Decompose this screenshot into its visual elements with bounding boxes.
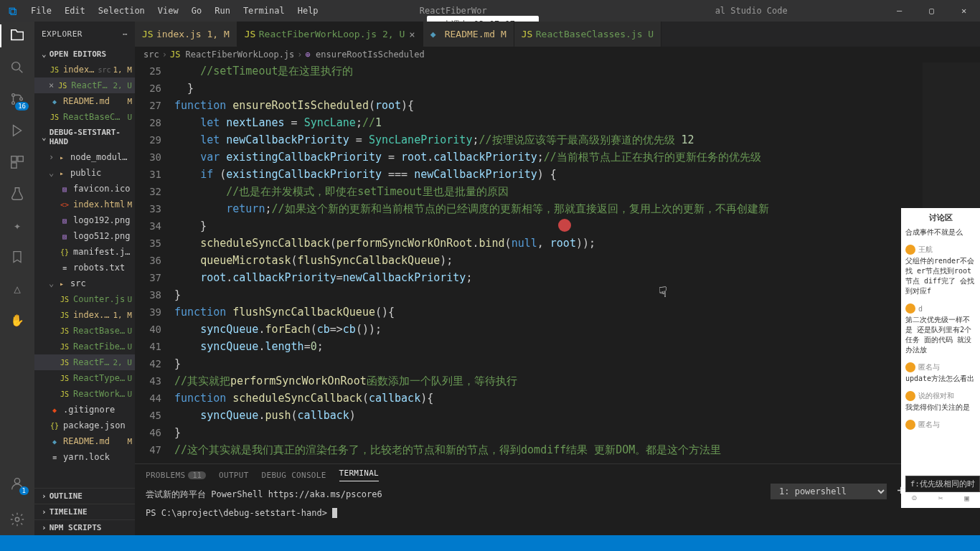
vscode-icon: ⧉ [0, 4, 25, 18]
scissors-icon[interactable]: ✂ [938, 494, 943, 503]
tree-item[interactable]: JSReactBaseC...U [34, 323, 135, 339]
svg-rect-5 [18, 156, 23, 161]
terminal-selector[interactable]: 1: powershell [771, 484, 887, 499]
open-editor-item[interactable]: JSindex.jssrc1, M [34, 62, 135, 77]
explorer-icon[interactable] [9, 27, 26, 44]
tree-item[interactable]: ◆README.mdM [34, 433, 135, 449]
tree-item[interactable]: JSCounter.jsU [34, 291, 135, 307]
extensions-icon[interactable] [9, 154, 26, 171]
close-button[interactable]: ✕ [948, 0, 980, 22]
window-title: ReactFiberWor al Studio Code [324, 6, 883, 16]
sidebar-title: EXPLORER⋯ [34, 22, 135, 47]
tree-item[interactable]: ≡robots.txt [34, 260, 135, 276]
menu-view[interactable]: View [152, 3, 184, 19]
editor-tab[interactable]: ◆README.md M [423, 22, 514, 47]
panel-tab-problems[interactable]: PROBLEMS11 [146, 471, 206, 480]
svg-point-8 [15, 517, 19, 522]
statusbar[interactable] [0, 535, 980, 551]
open-editor-item[interactable]: ×JSReactFiber...2, U [34, 77, 135, 93]
tree-item[interactable]: ▨favicon.ico [34, 181, 135, 197]
svg-rect-6 [11, 163, 17, 168]
tree-item[interactable]: <>index.htmlM [34, 197, 135, 212]
chat-message: 合成事件不就是么 [905, 227, 976, 237]
open-editor-item[interactable]: ◆README.mdM [34, 93, 135, 109]
panel-tab-terminal[interactable]: TERMINAL [339, 468, 379, 481]
chat-message: 匿名与 [905, 420, 976, 430]
tree-item[interactable]: {}manifest.json [34, 244, 135, 260]
more-icon[interactable]: ⋯ [123, 29, 128, 39]
emoji-icon[interactable]: ☺ [912, 494, 917, 503]
sparkle-icon[interactable]: ✦ [9, 217, 26, 234]
image-icon[interactable]: ▣ [964, 494, 969, 503]
editor-tab[interactable]: JSReactBaseClasses.js U [514, 22, 661, 47]
editor-tab[interactable]: JSindex.js 1, M [135, 22, 237, 47]
tree-item[interactable]: ≡yarn.lock [34, 449, 135, 465]
maximize-button[interactable]: ▢ [915, 0, 948, 22]
chat-message: 说的很对和我觉得你们关注的是 [905, 391, 976, 413]
tree-item[interactable]: ⌄▸src [34, 276, 135, 291]
timeline-section[interactable]: ›TIMELINE [34, 504, 135, 519]
triangle-icon[interactable]: △ [9, 280, 26, 297]
svg-rect-4 [11, 156, 17, 161]
bottom-panel: PROBLEMS11OUTPUTDEBUG CONSOLETERMINAL 尝试… [135, 463, 980, 535]
tree-item[interactable]: ◆.gitignore [34, 402, 135, 418]
source-control-icon[interactable]: 16 [9, 90, 26, 108]
chat-message: 匿名与update方法怎么看出 [905, 362, 976, 384]
svg-point-7 [14, 479, 19, 484]
workspace-section[interactable]: ⌄DEBUG-SETSTART-HAND [34, 125, 135, 149]
menu-selection[interactable]: Selection [93, 3, 151, 19]
editor-tab[interactable]: JSReactFiberWorkLoop.js 2, U× [237, 22, 423, 47]
laser-pointer [558, 219, 571, 232]
bookmark-icon[interactable] [9, 248, 26, 265]
account-icon[interactable]: 1 [9, 475, 26, 492]
tree-item[interactable]: JSReactFiberR...U [34, 339, 135, 354]
svg-point-1 [12, 94, 15, 97]
chat-title: 讨论区 [901, 208, 980, 227]
open-editors-section[interactable]: ⌄OPEN EDITORS [34, 47, 135, 62]
menu-terminal[interactable]: Terminal [237, 3, 291, 19]
open-editor-item[interactable]: JSReactBaseCl...U [34, 109, 135, 125]
close-icon[interactable]: × [409, 29, 415, 40]
tree-item[interactable]: JSReactFib...2, U [34, 354, 135, 370]
chat-message: d第二次优先级一样不是 还是队列里有2个任务 面的代码 就没办法放 [905, 303, 976, 355]
tree-item[interactable]: {}package.json [34, 418, 135, 433]
tree-item[interactable]: JSReactType...U [34, 370, 135, 386]
svg-point-0 [12, 62, 20, 70]
tree-item[interactable]: ›▸node_modules [34, 149, 135, 165]
chat-message: 王航父组件的render不会找 er节点找到root节点 diff完了 会找到对… [905, 245, 976, 296]
tree-item[interactable]: ▨logo192.png [34, 212, 135, 228]
test-icon[interactable] [9, 185, 26, 202]
tooltip: f:优先级相同的时 [905, 476, 980, 492]
svg-point-3 [20, 98, 23, 100]
outline-section[interactable]: ›OUTLINE [34, 488, 135, 504]
activity-bar: 16 ✦ △ ✋ 1 [0, 22, 34, 535]
hand-icon[interactable]: ✋ [9, 311, 26, 329]
menu-file[interactable]: File [25, 3, 57, 19]
editor-tabs: JSindex.js 1, MJSReactFiberWorkLoop.js 2… [135, 22, 980, 47]
menu-edit[interactable]: Edit [59, 3, 91, 19]
panel-tab-output[interactable]: OUTPUT [219, 471, 249, 480]
menu-run[interactable]: Run [209, 3, 236, 19]
npm-scripts-section[interactable]: ›NPM SCRIPTS [34, 519, 135, 535]
settings-icon[interactable] [9, 511, 26, 528]
code-editor[interactable]: 2526272829303132333435363738394041424344… [135, 62, 980, 463]
chat-panel: 讨论区 合成事件不就是么王航父组件的render不会找 er节点找到root节点… [901, 208, 980, 508]
menu-bar: FileEditSelectionViewGoRunTerminalHelp [25, 3, 324, 19]
tree-item[interactable]: JSindex.js1, M [34, 307, 135, 323]
menu-help[interactable]: Help [292, 3, 324, 19]
svg-point-2 [12, 102, 15, 105]
editor-area: JSindex.js 1, MJSReactFiberWorkLoop.js 2… [135, 22, 980, 535]
menu-go[interactable]: Go [186, 3, 207, 19]
tree-item[interactable]: JSReactWorkT...U [34, 386, 135, 402]
debug-icon[interactable] [9, 122, 26, 139]
tree-item[interactable]: ⌄▸public [34, 165, 135, 181]
breadcrumb[interactable]: src›JS ReactFiberWorkLoop.js›⊕ ensureRoo… [135, 47, 980, 62]
panel-tab-debug-console[interactable]: DEBUG CONSOLE [262, 471, 326, 480]
search-icon[interactable] [9, 59, 26, 76]
sidebar-explorer: EXPLORER⋯ ⌄OPEN EDITORS JSindex.jssrc1, … [34, 22, 135, 535]
tree-item[interactable]: ▨logo512.png [34, 228, 135, 244]
minimize-button[interactable]: — [883, 0, 915, 22]
